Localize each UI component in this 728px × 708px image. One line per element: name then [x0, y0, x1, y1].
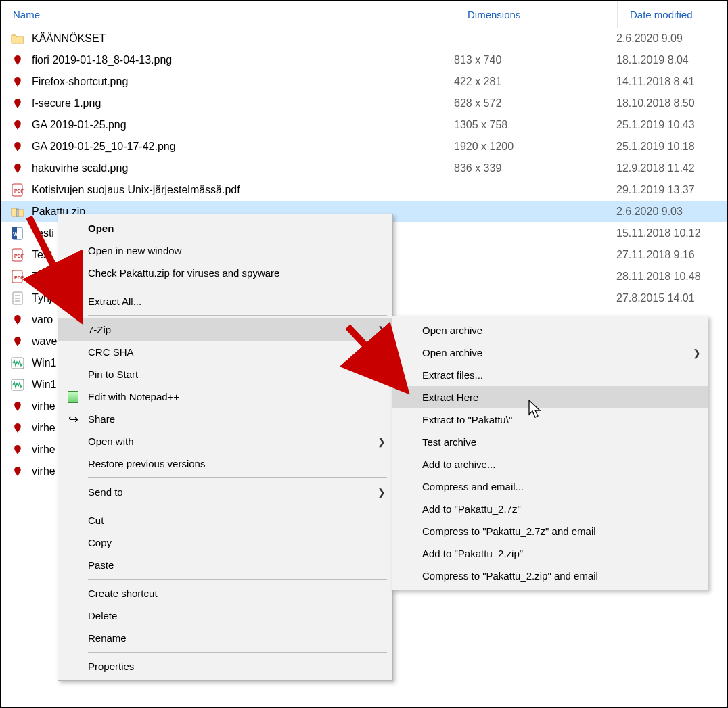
file-dimensions: 1305 x 758 — [454, 119, 616, 131]
file-date: 2.6.2020 9.09 — [616, 32, 727, 45]
irfan-icon — [10, 96, 25, 111]
chevron-right-icon: ❯ — [693, 348, 701, 358]
submenu-open-archive-sub[interactable]: Open archive❯ — [392, 341, 708, 364]
chevron-right-icon: ❯ — [378, 347, 386, 358]
submenu-open-archive[interactable]: Open archive — [392, 319, 708, 341]
file-date: 2.6.2020 9.03 — [616, 206, 727, 218]
menu-delete[interactable]: Delete — [58, 605, 392, 627]
zip-icon — [10, 204, 25, 219]
irfan-icon — [10, 53, 25, 68]
column-header-date[interactable]: Date modified — [618, 1, 727, 28]
file-name: GA 2019-01-25_10-17-42.png — [32, 141, 454, 153]
file-date: 15.11.2018 10.12 — [616, 227, 727, 239]
file-name: KÄÄNNÖKSET — [32, 32, 454, 45]
svg-text:W: W — [13, 231, 19, 237]
menu-copy[interactable]: Copy — [58, 532, 392, 554]
file-name: Kotisivujen suojaus Unix-järjestelmässä.… — [32, 184, 454, 196]
menu-pin-start[interactable]: Pin to Start — [58, 363, 392, 385]
file-row[interactable]: PDFKotisivujen suojaus Unix-järjestelmäs… — [1, 179, 727, 201]
menu-open-new-window[interactable]: Open in new window — [58, 239, 392, 262]
context-menu: Open Open in new window Check Pakattu.zi… — [58, 214, 393, 681]
folder-icon — [10, 31, 25, 46]
menu-check-virus[interactable]: Check Pakattu.zip for viruses and spywar… — [58, 262, 392, 284]
menu-7zip[interactable]: 7-Zip❯ — [58, 318, 392, 341]
file-row[interactable]: KÄÄNNÖKSET2.6.2020 9.09 — [1, 28, 727, 49]
file-date: 12.9.2018 11.42 — [616, 162, 727, 174]
file-dimensions: 422 x 281 — [454, 76, 616, 88]
txt-icon — [10, 291, 25, 306]
irfan-icon — [10, 118, 25, 133]
docx-icon: W — [10, 226, 25, 241]
irfan-icon — [10, 442, 25, 457]
menu-extract-all[interactable]: Extract All... — [58, 290, 392, 312]
file-date: 18.1.2019 8.04 — [616, 54, 727, 66]
file-name: GA 2019-01-25.png — [32, 119, 454, 131]
menu-crc-sha[interactable]: CRC SHA❯ — [58, 341, 392, 363]
file-name: f-secure 1.png — [32, 97, 454, 110]
pdf-icon: PDF — [10, 269, 25, 284]
submenu-extract-here[interactable]: Extract Here — [392, 386, 708, 408]
file-dimensions: 836 x 339 — [454, 162, 616, 174]
file-row[interactable]: f-secure 1.png628 x 57218.10.2018 8.50 — [1, 93, 727, 114]
column-header-name[interactable]: Name — [1, 1, 455, 28]
menu-create-shortcut[interactable]: Create shortcut — [58, 582, 392, 605]
menu-properties[interactable]: Properties — [58, 655, 392, 678]
menu-notepad[interactable]: Edit with Notepad++ — [58, 385, 392, 408]
svg-text:PDF: PDF — [14, 189, 24, 193]
file-date: 27.11.2018 9.16 — [616, 249, 727, 261]
menu-open[interactable]: Open — [58, 217, 392, 239]
file-row[interactable]: hakuvirhe scald.png836 x 33912.9.2018 11… — [1, 158, 727, 179]
file-date: 25.1.2019 10.18 — [616, 141, 727, 153]
submenu-extract-to[interactable]: Extract to "Pakattu\" — [392, 408, 708, 431]
irfan-icon — [10, 334, 25, 349]
file-row[interactable]: GA 2019-01-25.png1305 x 75825.1.2019 10.… — [1, 114, 727, 136]
submenu-compress-7z[interactable]: Compress to "Pakattu_2.7z" and email — [392, 520, 708, 542]
file-date: 27.8.2015 14.01 — [616, 292, 727, 304]
file-dimensions: 1920 x 1200 — [454, 141, 616, 153]
menu-share[interactable]: ↪ Share — [58, 408, 392, 430]
file-row[interactable]: fiori 2019-01-18_8-04-13.png813 x 74018.… — [1, 49, 727, 71]
svg-text:PDF: PDF — [14, 275, 24, 280]
svg-text:PDF: PDF — [14, 254, 24, 258]
irfan-icon — [10, 421, 25, 435]
file-name: hakuvirhe scald.png — [32, 162, 454, 174]
submenu-extract-files[interactable]: Extract files... — [392, 364, 708, 386]
submenu-test-archive[interactable]: Test archive — [392, 431, 708, 453]
wav-icon — [10, 377, 25, 392]
irfan-icon — [10, 74, 25, 89]
menu-open-with[interactable]: Open with❯ — [58, 430, 392, 452]
submenu-add-7z[interactable]: Add to "Pakattu_2.7z" — [392, 498, 708, 520]
chevron-right-icon: ❯ — [378, 325, 386, 335]
pdf-icon: PDF — [10, 183, 25, 197]
submenu-compress-email[interactable]: Compress and email... — [392, 475, 708, 498]
pdf-icon: PDF — [10, 247, 25, 262]
column-header-dimensions[interactable]: Dimensions — [455, 1, 618, 28]
submenu-7zip: Open archive Open archive❯ Extract files… — [392, 316, 708, 590]
magnifier-icon — [68, 268, 78, 279]
file-dimensions: 628 x 572 — [454, 97, 616, 110]
file-name: Firefox-shortcut.png — [32, 76, 454, 88]
irfan-icon — [10, 161, 25, 176]
file-date: 29.1.2019 13.37 — [616, 184, 727, 196]
file-dimensions: 813 x 740 — [454, 54, 616, 66]
file-date: 25.1.2019 10.43 — [616, 119, 727, 131]
irfan-icon — [10, 399, 25, 414]
submenu-add-archive[interactable]: Add to archive... — [392, 453, 708, 475]
menu-restore-versions[interactable]: Restore previous versions — [58, 452, 392, 475]
file-row[interactable]: GA 2019-01-25_10-17-42.png1920 x 120025.… — [1, 136, 727, 158]
submenu-add-zip[interactable]: Add to "Pakattu_2.zip" — [392, 542, 708, 565]
wav-icon — [10, 356, 25, 371]
file-date: 18.10.2018 8.50 — [616, 97, 727, 110]
notepad-icon — [68, 391, 78, 403]
chevron-right-icon: ❯ — [378, 436, 386, 447]
irfan-icon — [10, 312, 25, 327]
menu-cut[interactable]: Cut — [58, 509, 392, 532]
chevron-right-icon: ❯ — [378, 487, 386, 498]
submenu-compress-zip[interactable]: Compress to "Pakattu_2.zip" and email — [392, 565, 708, 587]
menu-paste[interactable]: Paste — [58, 554, 392, 576]
menu-rename[interactable]: Rename — [58, 627, 392, 649]
irfan-icon — [10, 464, 25, 479]
file-row[interactable]: Firefox-shortcut.png422 x 28114.11.2018 … — [1, 71, 727, 93]
file-name: fiori 2019-01-18_8-04-13.png — [32, 54, 454, 66]
menu-send-to[interactable]: Send to❯ — [58, 481, 392, 503]
